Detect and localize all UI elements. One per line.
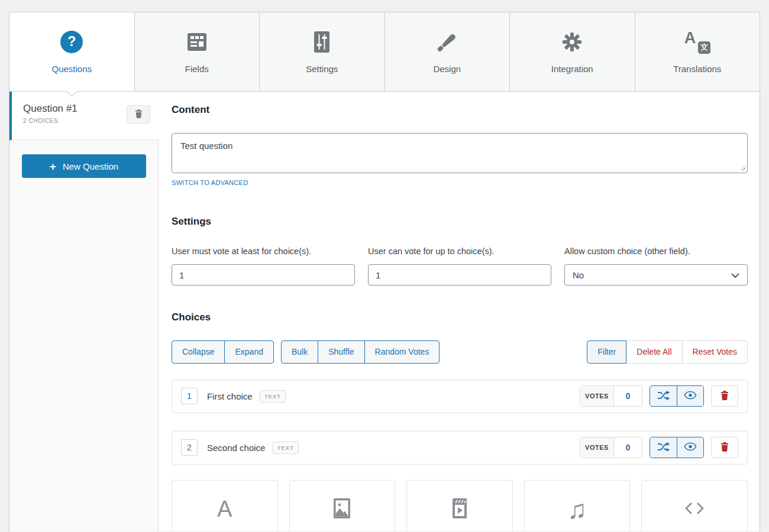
custom-choice-field: Allow custom choice (other field). No bbox=[564, 246, 748, 286]
filter-actions-group: Filter Delete All Reset Votes bbox=[587, 340, 748, 364]
choice-type-badge: TEXT bbox=[272, 442, 298, 454]
choices-heading: Choices bbox=[172, 312, 748, 323]
eye-icon bbox=[684, 391, 697, 401]
settings-heading: Settings bbox=[172, 216, 748, 228]
form-fields-icon bbox=[186, 30, 208, 54]
bulk-button[interactable]: Bulk bbox=[282, 341, 318, 363]
image-type-icon bbox=[333, 498, 351, 521]
switch-to-advanced-link[interactable]: SWITCH TO ADVANCED bbox=[172, 179, 248, 186]
tab-label: Translations bbox=[673, 64, 721, 74]
question-content-textarea[interactable]: Test question bbox=[172, 133, 748, 173]
sidebar-footer: + New Question bbox=[9, 140, 159, 531]
delete-question-button[interactable] bbox=[127, 105, 150, 124]
tab-label: Fields bbox=[185, 64, 209, 74]
choice-actions-group bbox=[650, 437, 704, 458]
tab-integration[interactable]: Integration bbox=[509, 12, 635, 91]
tab-fields[interactable]: Fields bbox=[134, 12, 260, 91]
plus-icon: + bbox=[50, 161, 56, 172]
expand-button[interactable]: Expand bbox=[224, 341, 273, 363]
choice-row[interactable]: 2 Second choice TEXT VOTES 0 bbox=[172, 431, 748, 465]
collapse-expand-group: Collapse Expand bbox=[172, 340, 274, 364]
trash-icon bbox=[720, 442, 729, 453]
tab-label: Design bbox=[433, 64, 461, 74]
votes-label: VOTES bbox=[580, 386, 614, 406]
tab-design[interactable]: Design bbox=[384, 12, 510, 91]
eye-icon bbox=[684, 442, 697, 453]
min-votes-label: User must vote at least for choice(s). bbox=[172, 246, 355, 256]
filter-button[interactable]: Filter bbox=[587, 340, 626, 364]
new-question-button[interactable]: + New Question bbox=[22, 154, 146, 178]
shuffle-choice-button[interactable] bbox=[650, 437, 677, 458]
choice-number-badge[interactable]: 1 bbox=[181, 388, 198, 404]
chevron-down-icon bbox=[731, 270, 739, 280]
collapse-button[interactable]: Collapse bbox=[172, 341, 224, 363]
trash-icon bbox=[135, 109, 143, 120]
custom-choice-label: Allow custom choice (other field). bbox=[564, 246, 748, 256]
delete-choice-button[interactable] bbox=[711, 385, 738, 407]
code-icon bbox=[684, 501, 705, 518]
tab-label: Settings bbox=[306, 64, 338, 74]
content-heading: Content bbox=[172, 104, 748, 116]
votes-label: VOTES bbox=[580, 437, 614, 458]
votes-counter: VOTES 0 bbox=[580, 437, 642, 458]
votes-value[interactable]: 0 bbox=[614, 437, 642, 458]
main-tab-bar: ? Questions Fields Settings Design Integ… bbox=[9, 12, 760, 91]
votes-value[interactable]: 0 bbox=[614, 386, 642, 406]
shuffle-button[interactable]: Shuffle bbox=[318, 341, 364, 363]
add-audio-choice-card[interactable]: ♫ bbox=[524, 480, 631, 531]
translation-icon: A bbox=[684, 30, 710, 54]
reset-votes-button[interactable]: Reset Votes bbox=[682, 341, 748, 363]
shuffle-choice-button[interactable] bbox=[650, 386, 677, 406]
paintbrush-icon bbox=[436, 30, 458, 54]
music-note-icon: ♫ bbox=[567, 497, 587, 523]
min-votes-input[interactable] bbox=[172, 264, 355, 286]
trash-icon bbox=[720, 391, 729, 402]
choices-toolbar: Collapse Expand Bulk Shuffle Random Vote… bbox=[172, 340, 748, 364]
add-html-choice-card[interactable] bbox=[641, 480, 748, 531]
choice-number-badge[interactable]: 2 bbox=[181, 439, 198, 456]
max-votes-field: User can vote for up to choice(s). bbox=[368, 246, 551, 286]
visibility-choice-button[interactable] bbox=[677, 386, 703, 406]
custom-choice-select[interactable]: No bbox=[564, 264, 748, 286]
add-image-choice-card[interactable] bbox=[289, 480, 396, 531]
tab-settings[interactable]: Settings bbox=[259, 12, 385, 91]
choice-type-badge: TEXT bbox=[260, 390, 286, 403]
tab-label: Integration bbox=[551, 64, 593, 74]
delete-choice-button[interactable] bbox=[711, 437, 738, 458]
min-votes-field: User must vote at least for choice(s). bbox=[172, 246, 355, 286]
delete-all-button[interactable]: Delete All bbox=[626, 341, 681, 363]
questions-sidebar: Question #1 2 CHOICES + New Question bbox=[9, 92, 159, 531]
question-editor: Content Test question SWITCH TO ADVANCED… bbox=[159, 92, 760, 531]
video-type-icon bbox=[452, 498, 467, 521]
choice-label: Second choice bbox=[207, 443, 265, 453]
text-type-icon: A bbox=[217, 497, 232, 522]
question-icon: ? bbox=[60, 30, 83, 54]
random-votes-button[interactable]: Random Votes bbox=[364, 341, 440, 363]
choice-row[interactable]: 1 First choice TEXT VOTES 0 bbox=[172, 379, 748, 413]
max-votes-label: User can vote for up to choice(s). bbox=[368, 246, 551, 256]
sliders-icon bbox=[313, 30, 331, 54]
choice-label: First choice bbox=[207, 391, 253, 401]
tab-translations[interactable]: A Translations bbox=[635, 12, 761, 91]
visibility-choice-button[interactable] bbox=[677, 437, 703, 458]
builder-panel: Question #1 2 CHOICES + New Question Con… bbox=[9, 91, 760, 531]
max-votes-input[interactable] bbox=[368, 264, 551, 286]
active-question-indicator bbox=[9, 92, 12, 140]
add-video-choice-card[interactable] bbox=[406, 480, 513, 531]
question-list-item[interactable]: Question #1 2 CHOICES bbox=[9, 92, 159, 140]
shuffle-icon bbox=[657, 391, 670, 402]
add-choice-type-row: A ♫ bbox=[172, 480, 748, 531]
tab-label: Questions bbox=[51, 64, 92, 74]
votes-counter: VOTES 0 bbox=[580, 385, 642, 407]
gear-icon bbox=[560, 30, 584, 54]
choice-actions-group bbox=[650, 385, 704, 407]
bulk-actions-group: Bulk Shuffle Random Votes bbox=[281, 340, 440, 364]
tab-questions[interactable]: ? Questions bbox=[9, 12, 135, 91]
add-text-choice-card[interactable]: A bbox=[172, 480, 278, 531]
shuffle-icon bbox=[657, 442, 670, 453]
